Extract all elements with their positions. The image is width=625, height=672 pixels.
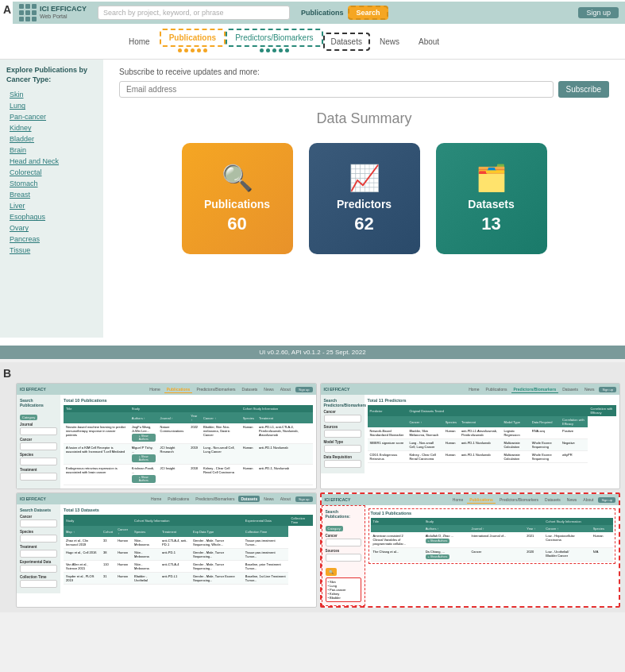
th-cancer-4: Cancer ↑: [543, 525, 590, 532]
predictors-table: Predictor Original Datasets Tested Corre…: [368, 405, 617, 463]
mini-filter-treatment-box[interactable]: [20, 473, 57, 481]
mini-filter-cancer-box-2[interactable]: [324, 415, 361, 423]
th-study-4: Study: [423, 518, 544, 525]
publications-screenshot: ICI EFFICACY Home Publications Predictor…: [16, 383, 317, 489]
mini-nav-datasets-1: Datasets: [240, 386, 260, 393]
sidebar-item[interactable]: Brain: [6, 145, 97, 156]
mini-filter-cancer-box[interactable]: [20, 442, 57, 450]
sidebar-item[interactable]: Stomach: [6, 178, 97, 189]
sidebar-item[interactable]: Pancreas: [6, 234, 97, 245]
nav-home[interactable]: Home: [119, 34, 160, 49]
table-row: The Chiang et al... Da Chiang, ...+ Show…: [371, 548, 614, 562]
mini-nav-about-4: About: [581, 496, 596, 504]
data-summary-title: Data Summary: [119, 110, 609, 127]
mini-nav-datasets-4: Datasets: [542, 496, 563, 504]
mini-filter-journal-box[interactable]: [20, 427, 57, 435]
mini-filter-treatment: Treatment: [20, 468, 57, 472]
mini-signup-2[interactable]: Sign up: [599, 387, 616, 392]
sidebar-item[interactable]: Bladder: [6, 133, 97, 145]
filter-option-bladder[interactable]: • Bladder: [328, 596, 359, 600]
mini-logo-1: ICI EFFICACY: [20, 387, 46, 392]
sidebar-item[interactable]: Colorectal: [6, 167, 97, 178]
mini-nav-pred-2: Predictors/Biomarkers: [511, 386, 559, 393]
mini-filter-species-box-3[interactable]: [20, 535, 57, 543]
th-authors: Authors ↑: [129, 412, 158, 423]
sidebar-item[interactable]: Breast: [6, 189, 97, 200]
mini-nav-pred-4: Predictors/Biomarkers: [497, 496, 541, 504]
datasets-card[interactable]: 🗂️ Datasets 13: [436, 143, 547, 254]
nav-about[interactable]: About: [409, 34, 449, 49]
mini-logo-4: ICI EFFICACY: [325, 497, 351, 502]
th-treatment: Treatment: [257, 412, 313, 423]
show-authors-btn-2[interactable]: + Show Authors: [132, 454, 156, 462]
mini-filter-species-box[interactable]: [20, 458, 57, 465]
sidebar-item[interactable]: Esophagus: [6, 211, 97, 222]
th-species-d: Species: [132, 526, 160, 537]
nav-news[interactable]: News: [370, 34, 409, 49]
publications-card[interactable]: 🔍 Publications 60: [182, 143, 293, 254]
table-row: SIBER1 signature score Lung - Non-small …: [368, 439, 617, 451]
th-original: Original Datasets Tested: [407, 405, 588, 416]
mini-nav-news-3: News: [261, 496, 276, 502]
mini-filter-sources-2: Sources: [324, 425, 361, 429]
mini-filter-model-box-2[interactable]: [324, 445, 361, 453]
nav-datasets[interactable]: Datasets: [323, 33, 370, 51]
table-row: Hugo et al., Cell 2016 38 Human Skin - M…: [64, 549, 313, 561]
predictors-card[interactable]: 📈 Predictors 62: [309, 143, 420, 254]
search-button-4[interactable]: 🔍: [326, 568, 337, 576]
sidebar-item[interactable]: Tissue: [6, 245, 97, 256]
th-authors-4: Authors ↑: [423, 525, 469, 532]
mini-nav-home-2: Home: [466, 386, 481, 393]
nav-publications[interactable]: Publications: [160, 29, 226, 47]
footer-bar: UI v0.2.60, API v0.1.2 - 25 Sept. 2022: [0, 346, 625, 359]
sidebar-item[interactable]: Kidney: [6, 122, 97, 133]
th-map-d: Map ↑: [64, 526, 101, 537]
th-species-p: Species: [443, 416, 459, 427]
th-correlation: Correlation with Efficacy: [588, 405, 616, 416]
th-journal-4: Journal ↑: [469, 525, 524, 532]
th-species: Species: [241, 412, 257, 423]
search-bar[interactable]: Search by project, keyword, or phrase: [98, 6, 290, 20]
th-treatment-p: Treatment: [459, 416, 502, 427]
mini-datasets-count: Total 13 Datasets: [64, 508, 313, 512]
mini-sidebar-title-3: Search Datasets: [20, 508, 57, 512]
show-authors-btn-3[interactable]: + Show Authors: [132, 475, 156, 483]
mini-filter-sources-box-4[interactable]: [326, 554, 361, 562]
signup-button[interactable]: Sign up: [578, 7, 619, 18]
mini-filter-cancer-box-4[interactable]: [326, 539, 361, 546]
mini-filter-sources-box-2[interactable]: [324, 430, 361, 438]
mini-filter-expdata-box-3[interactable]: [20, 565, 57, 573]
nav-predictors[interactable]: Predictors/Biomarkers: [226, 29, 322, 47]
mini-sidebar-title-2: Search Predictors/Biomarkers: [324, 398, 361, 407]
sidebar-item[interactable]: Lung: [6, 100, 97, 111]
sidebar-item[interactable]: Skin: [6, 89, 97, 100]
section-b-label: B: [3, 367, 11, 380]
mini-nav-about-1: About: [278, 386, 293, 393]
publications-table: Title Study Cohort Study Information Aut…: [64, 405, 313, 485]
predictors-count: 62: [354, 214, 373, 234]
th-cohort-d: Cohort Study Information: [132, 515, 243, 526]
sidebar-item[interactable]: Liver: [6, 200, 97, 211]
sidebar-item[interactable]: Ovary: [6, 222, 97, 234]
sidebar-item[interactable]: Head and Neck: [6, 156, 97, 167]
mini-signup-4[interactable]: Sign up: [598, 497, 615, 503]
mini-filter-cancer-box-3[interactable]: [20, 519, 57, 527]
mini-filter-colltime-box-3[interactable]: [20, 580, 57, 588]
mini-filter-treatment-box-3[interactable]: [20, 550, 57, 558]
th-cancer-p: Cancer ↑: [407, 416, 442, 427]
show-authors-btn-1[interactable]: + Show Authors: [132, 434, 156, 442]
show-authors-btn-4[interactable]: + Show Authors: [426, 539, 450, 543]
section-a-label: A: [3, 3, 11, 16]
sidebar-item[interactable]: Pan-cancer: [6, 111, 97, 122]
mini-nav-home-3: Home: [149, 496, 164, 502]
show-authors-btn-5[interactable]: + Show Authors: [426, 554, 450, 559]
mini-signup-1[interactable]: Sign up: [295, 387, 313, 392]
mini-filter-model-2: Model Type: [324, 440, 361, 444]
search-button[interactable]: Search: [348, 6, 388, 20]
subscribe-button[interactable]: Subscribe: [558, 81, 609, 98]
mini-signup-3[interactable]: Sign up: [295, 496, 313, 502]
predictors-label: Predictors: [337, 198, 392, 210]
email-input[interactable]: [119, 81, 554, 98]
mini-filter-data-box-2[interactable]: [324, 460, 361, 468]
predictors-screenshot: ICI EFFICACY Home Publications Predictor…: [320, 383, 621, 489]
